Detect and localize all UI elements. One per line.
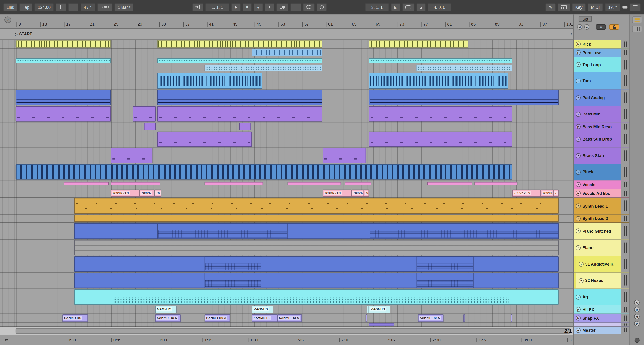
clip[interactable]: [345, 182, 372, 185]
clip[interactable]: [367, 306, 369, 313]
track-lane[interactable]: [0, 90, 573, 106]
track-freeze-icon[interactable]: ≡: [576, 182, 581, 187]
clip[interactable]: KSHMR Re: [62, 314, 88, 322]
clip[interactable]: [157, 132, 252, 147]
clip[interactable]: [132, 107, 156, 122]
clip[interactable]: [427, 182, 472, 185]
clip[interactable]: 789VKV1N: [512, 189, 541, 197]
bar-number-label[interactable]: 13: [40, 22, 47, 27]
track-header[interactable]: ≡Synth Lead 2: [574, 215, 629, 223]
session-record-button[interactable]: [317, 3, 327, 11]
bar-number-label[interactable]: 9: [16, 22, 20, 27]
clip[interactable]: [369, 90, 558, 105]
track-fold-icon[interactable]: ▼: [576, 95, 581, 100]
mixer-section-toggle[interactable]: R: [634, 307, 640, 312]
track-header[interactable]: ▶Kick: [574, 40, 629, 49]
previous-locator-button[interactable]: ◀: [577, 24, 582, 30]
track-play-icon[interactable]: ▶: [576, 328, 581, 333]
next-locator-button[interactable]: ▶: [584, 24, 590, 30]
track-play-icon[interactable]: ▶: [576, 42, 581, 47]
clip[interactable]: [157, 40, 322, 48]
track-play-icon[interactable]: ▶: [576, 316, 581, 321]
cpu-meter[interactable]: 1%▾: [605, 3, 620, 11]
play-button[interactable]: ▶: [232, 3, 241, 11]
clip[interactable]: [111, 289, 512, 304]
track-header[interactable]: ≡Top Loop: [574, 57, 629, 72]
tempo-display[interactable]: 124.00: [35, 3, 54, 11]
track-header[interactable]: ▼Pad Analog: [574, 90, 629, 106]
loop-length-display[interactable]: 4. 0. 0: [428, 3, 452, 11]
start-locator[interactable]: ▷ START: [15, 32, 32, 36]
bar-number-label[interactable]: 97: [540, 22, 547, 27]
clip-view-toggle-button[interactable]: [632, 16, 642, 23]
next-locator-icon[interactable]: ▷: [570, 32, 573, 36]
bar-number-label[interactable]: 61: [326, 22, 333, 27]
track-header[interactable]: ▶Snap FX: [574, 314, 629, 323]
clip[interactable]: 78: [154, 189, 162, 197]
clip[interactable]: [369, 58, 512, 63]
draw-automation-button[interactable]: ✎: [596, 24, 606, 30]
track-lane[interactable]: [0, 147, 573, 164]
clip[interactable]: [252, 49, 322, 56]
clip[interactable]: [204, 273, 262, 288]
clip[interactable]: [16, 90, 111, 105]
clip[interactable]: [369, 132, 512, 147]
time-signature-display[interactable]: 4 / 4: [80, 3, 95, 11]
track-header[interactable]: [574, 323, 629, 327]
track-header[interactable]: ▼Bass Mid: [574, 106, 629, 122]
bar-number-label[interactable]: 33: [160, 22, 166, 27]
computer-midi-keyboard-button[interactable]: [558, 3, 570, 11]
track-header[interactable]: ▶Vocals Ad libs: [574, 189, 629, 198]
arrangement-position-display[interactable]: 1. 1. 1: [206, 3, 230, 11]
clip[interactable]: [369, 107, 512, 122]
track-lane[interactable]: [0, 72, 573, 90]
scrub-area[interactable]: ▷ START ▷: [0, 29, 573, 40]
clip[interactable]: MAGNUS: [252, 306, 273, 313]
track-lane[interactable]: KSHMR ReKSHMR Re SKSHMR Re SKSHMR ReKSHM…: [0, 314, 573, 323]
track-header[interactable]: ▶Master: [574, 327, 629, 334]
lock-envelopes-button[interactable]: [609, 24, 619, 30]
clip[interactable]: 789VKV1N: [323, 189, 352, 197]
bar-number-label[interactable]: 85: [469, 22, 476, 27]
set-locator-button[interactable]: Set: [579, 16, 592, 22]
track-header[interactable]: ≡Vocals: [574, 180, 629, 189]
bar-number-label[interactable]: 89: [493, 22, 500, 27]
time-ruler[interactable]: ≈ 0:300:451:001:151:301:452:002:152:302:…: [0, 335, 573, 345]
track-lane[interactable]: [0, 272, 573, 289]
clip[interactable]: KSHMR Re S: [155, 314, 181, 322]
bar-number-label[interactable]: 37: [183, 22, 190, 27]
track-header[interactable]: ≡Piano: [574, 240, 629, 256]
clip[interactable]: [16, 164, 512, 180]
track-lane[interactable]: [0, 164, 573, 180]
clip[interactable]: [111, 148, 152, 163]
bar-number-label[interactable]: 101: [564, 22, 573, 27]
clip[interactable]: [144, 123, 156, 130]
track-lane[interactable]: [0, 289, 573, 305]
clip[interactable]: [74, 273, 558, 288]
clip[interactable]: [204, 65, 322, 71]
bar-number-label[interactable]: 73: [398, 22, 404, 27]
overdub-button[interactable]: +: [265, 3, 274, 11]
clip[interactable]: 789VK: [541, 189, 553, 197]
track-header[interactable]: ▶Bass Mid Reso: [574, 122, 629, 131]
track-lane[interactable]: [0, 106, 573, 122]
quantization-menu-button[interactable]: 1 Bar ▾: [115, 3, 134, 11]
track-lane[interactable]: [0, 323, 573, 327]
track-freeze-icon[interactable]: ≡: [576, 62, 581, 67]
clip[interactable]: [369, 40, 468, 48]
track-header[interactable]: ▼Brass Stab: [574, 147, 629, 164]
stop-button[interactable]: ■: [243, 3, 252, 11]
track-header[interactable]: ▶Perc Low: [574, 49, 629, 57]
track-header[interactable]: ▼Bass Sub Drop: [574, 131, 629, 147]
clip[interactable]: [204, 182, 263, 185]
track-header[interactable]: ▼Pluck: [574, 164, 629, 180]
bar-number-label[interactable]: 49: [255, 22, 262, 27]
punch-in-button[interactable]: ◣: [391, 3, 400, 11]
clip[interactable]: 78: [364, 189, 369, 197]
track-lane[interactable]: [0, 57, 573, 72]
bar-number-label[interactable]: 57: [302, 22, 309, 27]
clip[interactable]: [16, 40, 111, 48]
clip[interactable]: [157, 90, 322, 105]
track-lane[interactable]: [0, 240, 573, 256]
scrollbar-thumb[interactable]: [16, 328, 570, 334]
